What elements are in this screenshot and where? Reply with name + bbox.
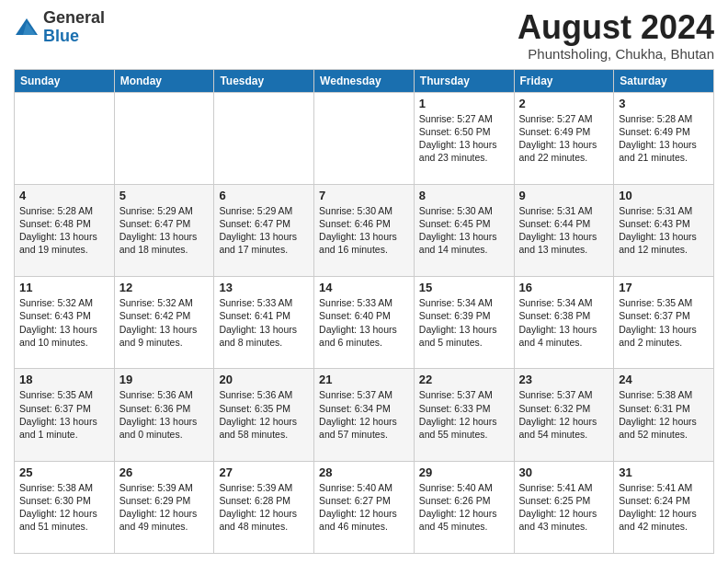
day-info: and 55 minutes. — [419, 428, 509, 441]
day-info: Sunrise: 5:37 AM — [419, 388, 509, 401]
day-number: 9 — [519, 189, 609, 202]
day-info: and 46 minutes. — [319, 520, 409, 533]
day-number: 6 — [219, 189, 309, 202]
day-info: Daylight: 13 hours — [419, 138, 509, 151]
day-info: Sunrise: 5:39 AM — [219, 481, 309, 494]
calendar-cell: 24Sunrise: 5:38 AMSunset: 6:31 PMDayligh… — [614, 369, 714, 461]
day-info: Sunset: 6:42 PM — [119, 309, 210, 322]
day-info: Sunset: 6:45 PM — [419, 217, 509, 230]
day-info: Sunrise: 5:30 AM — [319, 204, 409, 217]
day-info: Sunset: 6:26 PM — [419, 494, 509, 507]
day-info: Daylight: 12 hours — [419, 415, 509, 428]
day-info: Sunset: 6:49 PM — [519, 125, 609, 138]
day-info: Daylight: 12 hours — [119, 507, 210, 520]
day-info: Daylight: 12 hours — [219, 507, 309, 520]
day-info: and 52 minutes. — [619, 428, 709, 441]
day-info: Sunset: 6:37 PM — [619, 309, 709, 322]
day-info: Sunrise: 5:40 AM — [419, 481, 509, 494]
day-number: 10 — [619, 189, 709, 202]
calendar-cell: 16Sunrise: 5:34 AMSunset: 6:38 PMDayligh… — [514, 277, 614, 369]
day-info: Sunset: 6:40 PM — [319, 309, 409, 322]
day-of-week-friday: Friday — [514, 69, 614, 92]
day-info: Sunset: 6:50 PM — [419, 125, 509, 138]
day-info: Daylight: 12 hours — [519, 507, 609, 520]
day-info: Sunset: 6:47 PM — [219, 217, 309, 230]
day-number: 7 — [319, 189, 409, 202]
day-info: Daylight: 13 hours — [319, 230, 409, 243]
day-info: Sunset: 6:30 PM — [19, 494, 109, 507]
calendar-header-row: SundayMondayTuesdayWednesdayThursdayFrid… — [15, 69, 714, 92]
day-info: and 8 minutes. — [219, 336, 309, 349]
day-info: and 10 minutes. — [19, 336, 109, 349]
calendar-cell: 20Sunrise: 5:36 AMSunset: 6:35 PMDayligh… — [214, 369, 314, 461]
day-info: Sunset: 6:43 PM — [19, 309, 109, 322]
calendar-cell — [314, 92, 415, 184]
day-info: Sunrise: 5:33 AM — [219, 296, 309, 309]
day-info: Sunset: 6:29 PM — [119, 494, 210, 507]
day-info: and 54 minutes. — [519, 428, 609, 441]
calendar-cell: 6Sunrise: 5:29 AMSunset: 6:47 PMDaylight… — [214, 184, 314, 276]
day-number: 25 — [19, 465, 109, 479]
day-info: Daylight: 12 hours — [319, 507, 409, 520]
day-info: and 51 minutes. — [19, 520, 109, 533]
day-number: 21 — [319, 373, 409, 386]
day-info: Sunrise: 5:39 AM — [119, 481, 210, 494]
day-info: Sunset: 6:39 PM — [419, 309, 509, 322]
day-info: Sunset: 6:38 PM — [519, 309, 609, 322]
logo-general-text: General — [43, 8, 105, 27]
logo: General Blue — [14, 9, 105, 46]
day-info: Sunset: 6:48 PM — [19, 217, 109, 230]
day-number: 28 — [319, 465, 409, 479]
day-number: 27 — [219, 465, 309, 479]
day-info: Sunrise: 5:30 AM — [419, 204, 509, 217]
day-number: 26 — [119, 465, 210, 479]
day-of-week-tuesday: Tuesday — [214, 69, 314, 92]
day-info: Daylight: 12 hours — [19, 507, 109, 520]
day-info: Sunset: 6:34 PM — [319, 402, 409, 415]
day-info: Sunset: 6:43 PM — [619, 217, 709, 230]
day-info: Daylight: 12 hours — [219, 415, 309, 428]
calendar-cell: 2Sunrise: 5:27 AMSunset: 6:49 PMDaylight… — [514, 92, 614, 184]
day-info: and 12 minutes. — [619, 243, 709, 256]
day-info: Sunset: 6:33 PM — [419, 402, 509, 415]
day-info: Sunrise: 5:33 AM — [319, 296, 409, 309]
day-info: Sunset: 6:49 PM — [619, 125, 709, 138]
day-info: and 22 minutes. — [519, 151, 609, 164]
day-number: 8 — [419, 189, 509, 202]
week-row-1: 1Sunrise: 5:27 AMSunset: 6:50 PMDaylight… — [15, 92, 714, 184]
day-info: Sunrise: 5:27 AM — [519, 112, 609, 125]
day-info: Sunrise: 5:31 AM — [519, 204, 609, 217]
day-info: Sunrise: 5:28 AM — [619, 112, 709, 125]
day-number: 15 — [419, 281, 509, 294]
day-info: Sunrise: 5:28 AM — [19, 204, 109, 217]
day-number: 20 — [219, 373, 309, 386]
day-info: Sunset: 6:28 PM — [219, 494, 309, 507]
day-info: Daylight: 13 hours — [519, 138, 609, 151]
day-of-week-monday: Monday — [114, 69, 214, 92]
day-info: Daylight: 12 hours — [619, 415, 709, 428]
day-info: Sunset: 6:31 PM — [619, 402, 709, 415]
day-number: 13 — [219, 281, 309, 294]
day-info: Daylight: 13 hours — [619, 230, 709, 243]
day-info: Sunrise: 5:32 AM — [119, 296, 210, 309]
day-info: and 2 minutes. — [619, 336, 709, 349]
day-info: and 58 minutes. — [219, 428, 309, 441]
day-info: Sunrise: 5:29 AM — [119, 204, 210, 217]
day-info: Daylight: 13 hours — [119, 323, 210, 336]
title-block: August 2024 Phuntsholing, Chukha, Bhutan — [518, 9, 714, 62]
day-info: Daylight: 12 hours — [319, 415, 409, 428]
logo-icon — [14, 15, 40, 40]
day-info: Sunrise: 5:32 AM — [19, 296, 109, 309]
day-info: Sunrise: 5:27 AM — [419, 112, 509, 125]
day-info: and 9 minutes. — [119, 336, 210, 349]
calendar-cell: 12Sunrise: 5:32 AMSunset: 6:42 PMDayligh… — [114, 277, 214, 369]
day-info: Sunrise: 5:36 AM — [119, 388, 210, 401]
calendar-cell: 18Sunrise: 5:35 AMSunset: 6:37 PMDayligh… — [15, 369, 115, 461]
day-info: and 49 minutes. — [119, 520, 210, 533]
day-number: 1 — [419, 97, 509, 110]
day-info: Daylight: 13 hours — [419, 230, 509, 243]
day-info: and 43 minutes. — [519, 520, 609, 533]
day-number: 14 — [319, 281, 409, 294]
day-number: 29 — [419, 465, 509, 479]
calendar-cell: 29Sunrise: 5:40 AMSunset: 6:26 PMDayligh… — [414, 461, 514, 553]
